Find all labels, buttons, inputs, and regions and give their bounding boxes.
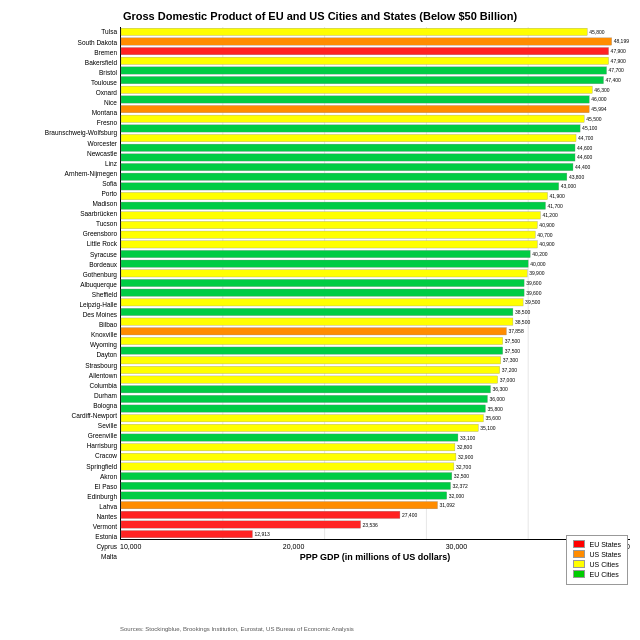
svg-text:37,300: 37,300 (503, 357, 519, 363)
x-tick: 20,000 (283, 543, 304, 550)
y-label: Bilbao (10, 321, 117, 328)
svg-text:40,900: 40,900 (539, 222, 555, 228)
svg-text:35,600: 35,600 (485, 415, 501, 421)
svg-text:37,200: 37,200 (502, 367, 518, 373)
svg-rect-40 (121, 202, 546, 209)
y-label: Albuquerque (10, 281, 117, 288)
svg-rect-10 (121, 57, 609, 64)
legend-label: EU Cities (589, 571, 618, 578)
svg-rect-6 (121, 38, 612, 45)
y-label: Akron (10, 473, 117, 480)
svg-rect-16 (121, 86, 592, 93)
svg-rect-54 (121, 270, 527, 277)
y-label: Vermont (10, 523, 117, 530)
y-label: Worcester (10, 140, 117, 147)
svg-rect-82 (121, 405, 485, 412)
legend-item: US States (573, 550, 621, 558)
y-label: Cardiff-Newport (10, 412, 117, 419)
svg-rect-22 (121, 115, 584, 122)
svg-rect-100 (121, 492, 447, 499)
legend-color-box (573, 560, 585, 568)
svg-text:48,199: 48,199 (614, 38, 630, 44)
source-text: Sources: Stockingblue, Brookings Institu… (120, 626, 354, 632)
y-label: Oxnard (10, 89, 117, 96)
legend-label: US States (589, 551, 621, 558)
svg-rect-12 (121, 67, 607, 74)
x-tick: 30,000 (446, 543, 467, 550)
svg-rect-94 (121, 463, 454, 470)
svg-text:41,700: 41,700 (548, 203, 564, 209)
svg-text:40,700: 40,700 (537, 232, 553, 238)
y-label: Cracow (10, 452, 117, 459)
y-label: Malta (10, 553, 117, 560)
y-label: Bristol (10, 69, 117, 76)
svg-rect-78 (121, 386, 491, 393)
svg-text:37,500: 37,500 (505, 338, 521, 344)
svg-rect-80 (121, 395, 487, 402)
bars-and-xaxis: 45,80048,19947,90047,90047,70047,40046,3… (120, 27, 630, 562)
y-label: Des Moines (10, 311, 117, 318)
svg-rect-74 (121, 366, 500, 373)
svg-rect-32 (121, 163, 573, 170)
svg-rect-98 (121, 482, 451, 489)
svg-text:43,800: 43,800 (569, 174, 585, 180)
y-label: Saarbrücken (10, 210, 117, 217)
y-label: Harrisburg (10, 442, 117, 449)
y-label: Bologna (10, 402, 117, 409)
svg-text:37,858: 37,858 (508, 328, 524, 334)
svg-rect-108 (121, 530, 252, 537)
y-label: Lahva (10, 503, 117, 510)
y-label: Seville (10, 422, 117, 429)
y-label: Columbia (10, 382, 117, 389)
x-tick: 10,000 (120, 543, 141, 550)
svg-text:39,900: 39,900 (529, 270, 545, 276)
svg-text:46,300: 46,300 (594, 87, 610, 93)
y-label: Wyoming (10, 341, 117, 348)
y-label: Fresno (10, 119, 117, 126)
svg-rect-90 (121, 444, 455, 451)
svg-text:35,100: 35,100 (480, 425, 496, 431)
y-axis: TulsaSouth DakotaBremenBakersfieldBristo… (10, 27, 120, 562)
y-label: Newcastle (10, 150, 117, 157)
svg-text:45,994: 45,994 (591, 106, 607, 112)
svg-text:40,200: 40,200 (532, 251, 548, 257)
svg-rect-70 (121, 347, 503, 354)
svg-text:37,500: 37,500 (505, 348, 521, 354)
svg-rect-72 (121, 357, 501, 364)
y-label: Springfield (10, 463, 117, 470)
svg-rect-92 (121, 453, 456, 460)
svg-text:27,400: 27,400 (402, 512, 418, 518)
svg-text:46,000: 46,000 (591, 96, 607, 102)
svg-text:40,900: 40,900 (539, 241, 555, 247)
svg-rect-18 (121, 96, 589, 103)
svg-text:39,600: 39,600 (526, 280, 542, 286)
legend-label: EU States (589, 541, 621, 548)
svg-text:39,600: 39,600 (526, 290, 542, 296)
y-label: Linz (10, 160, 117, 167)
svg-text:36,300: 36,300 (493, 386, 509, 392)
svg-rect-64 (121, 318, 513, 325)
svg-text:47,400: 47,400 (606, 77, 622, 83)
y-label: Greensboro (10, 230, 117, 237)
svg-rect-48 (121, 241, 537, 248)
svg-text:41,900: 41,900 (550, 193, 566, 199)
svg-text:38,500: 38,500 (515, 309, 531, 315)
svg-rect-66 (121, 328, 506, 335)
y-label: Leipzig-Halle (10, 301, 117, 308)
svg-rect-14 (121, 76, 604, 83)
y-label: Nantes (10, 513, 117, 520)
svg-rect-46 (121, 231, 535, 238)
svg-rect-52 (121, 260, 528, 267)
y-label: Allentown (10, 372, 117, 379)
y-label: Montana (10, 109, 117, 116)
y-label: Knoxville (10, 331, 117, 338)
y-label: Bakersfield (10, 59, 117, 66)
bars-area: 45,80048,19947,90047,90047,70047,40046,3… (120, 27, 630, 540)
legend-color-box (573, 570, 585, 578)
svg-text:32,900: 32,900 (458, 454, 474, 460)
svg-rect-96 (121, 473, 452, 480)
y-label: Durham (10, 392, 117, 399)
svg-text:12,913: 12,913 (254, 531, 270, 537)
legend-color-box (573, 550, 585, 558)
svg-rect-44 (121, 221, 537, 228)
